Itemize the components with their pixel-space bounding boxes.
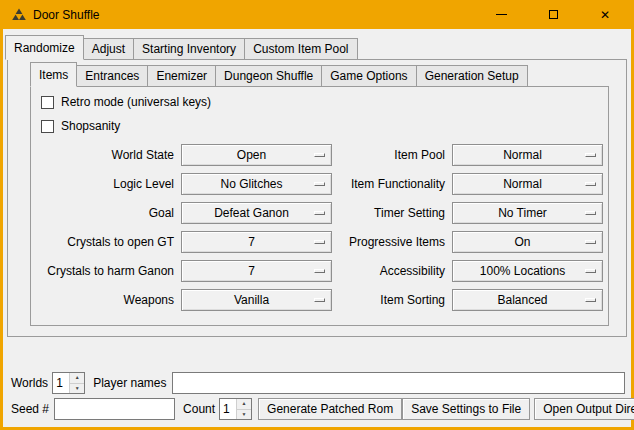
tab-randomize[interactable]: Randomize bbox=[5, 35, 84, 60]
dropdown-indicator-icon bbox=[585, 298, 596, 302]
world-state-value: Open bbox=[237, 148, 276, 162]
dropdown-indicator-icon bbox=[314, 240, 325, 244]
worlds-value: 1 bbox=[53, 373, 69, 393]
tab-dungeon-shuffle[interactable]: Dungeon Shuffle bbox=[215, 65, 322, 87]
checkbox-box-icon bbox=[41, 120, 54, 133]
client-area: Randomize Adjust Starting Inventory Cust… bbox=[3, 29, 631, 427]
seed-input[interactable] bbox=[54, 398, 175, 420]
timer-setting-dropdown[interactable]: No Timer bbox=[452, 202, 603, 224]
window-title: Door Shuffle bbox=[33, 8, 100, 22]
logic-level-value: No Glitches bbox=[220, 177, 292, 191]
open-output-directory-button[interactable]: Open Output Directory bbox=[534, 398, 634, 420]
weapons-dropdown[interactable]: Vanilla bbox=[181, 289, 332, 311]
crystals-harm-ganon-dropdown[interactable]: 7 bbox=[181, 260, 332, 282]
dropdown-indicator-icon bbox=[585, 240, 596, 244]
options-grid: World State Open Item Pool Normal Logic … bbox=[41, 144, 608, 311]
weapons-value: Vanilla bbox=[234, 293, 279, 307]
tab-generation-setup[interactable]: Generation Setup bbox=[416, 65, 528, 87]
weapons-label: Weapons bbox=[41, 293, 177, 307]
dropdown-indicator-icon bbox=[314, 269, 325, 273]
progressive-items-label: Progressive Items bbox=[336, 235, 448, 249]
close-button[interactable]: ✕ bbox=[579, 0, 631, 29]
shopsanity-label: Shopsanity bbox=[61, 119, 120, 133]
retro-mode-label: Retro mode (universal keys) bbox=[61, 95, 211, 109]
secondary-tab-bar: Items Entrances Enemizer Dungeon Shuffle… bbox=[30, 62, 626, 87]
close-icon: ✕ bbox=[600, 9, 610, 21]
count-spinbox[interactable]: 1 ▲ ▼ bbox=[219, 398, 252, 420]
spin-up-icon[interactable]: ▲ bbox=[237, 399, 251, 410]
dropdown-indicator-icon bbox=[585, 211, 596, 215]
tab-items[interactable]: Items bbox=[30, 62, 77, 87]
tab-adjust[interactable]: Adjust bbox=[83, 38, 134, 60]
tab-game-options[interactable]: Game Options bbox=[321, 65, 416, 87]
accessibility-label: Accessibility bbox=[336, 264, 448, 278]
save-settings-button[interactable]: Save Settings to File bbox=[402, 398, 530, 420]
tab-starting-inventory[interactable]: Starting Inventory bbox=[133, 38, 245, 60]
crystals-harm-ganon-label: Crystals to harm Ganon bbox=[41, 264, 177, 278]
dropdown-indicator-icon bbox=[314, 211, 325, 215]
timer-setting-value: No Timer bbox=[498, 206, 557, 220]
worlds-spinbox[interactable]: 1 ▲ ▼ bbox=[52, 372, 85, 394]
dropdown-indicator-icon bbox=[314, 153, 325, 157]
seed-label: Seed # bbox=[11, 402, 49, 416]
app-icon bbox=[12, 8, 26, 21]
item-sorting-dropdown[interactable]: Balanced bbox=[452, 289, 603, 311]
minimize-button[interactable] bbox=[475, 0, 527, 29]
progressive-items-dropdown[interactable]: On bbox=[452, 231, 603, 253]
player-names-label: Player names bbox=[93, 376, 166, 390]
goal-dropdown[interactable]: Defeat Ganon bbox=[181, 202, 332, 224]
item-functionality-dropdown[interactable]: Normal bbox=[452, 173, 603, 195]
item-functionality-value: Normal bbox=[503, 177, 552, 191]
world-state-label: World State bbox=[41, 148, 177, 162]
count-value: 1 bbox=[220, 399, 236, 419]
accessibility-dropdown[interactable]: 100% Locations bbox=[452, 260, 603, 282]
minimize-icon bbox=[496, 14, 507, 15]
logic-level-label: Logic Level bbox=[41, 177, 177, 191]
checkbox-box-icon bbox=[41, 96, 54, 109]
spin-down-icon[interactable]: ▼ bbox=[70, 384, 84, 394]
maximize-icon bbox=[549, 10, 558, 19]
shopsanity-checkbox[interactable]: Shopsanity bbox=[41, 119, 608, 133]
dropdown-indicator-icon bbox=[585, 153, 596, 157]
dropdown-indicator-icon bbox=[314, 182, 325, 186]
crystals-open-gt-dropdown[interactable]: 7 bbox=[181, 231, 332, 253]
goal-value: Defeat Ganon bbox=[214, 206, 299, 220]
item-sorting-value: Balanced bbox=[497, 293, 557, 307]
dropdown-indicator-icon bbox=[314, 298, 325, 302]
window: Door Shuffle ✕ Randomize Adjust Starting… bbox=[0, 0, 634, 430]
count-label: Count bbox=[183, 402, 215, 416]
dropdown-indicator-icon bbox=[585, 269, 596, 273]
world-state-dropdown[interactable]: Open bbox=[181, 144, 332, 166]
generate-patched-rom-button[interactable]: Generate Patched Rom bbox=[258, 398, 402, 420]
item-pool-value: Normal bbox=[503, 148, 552, 162]
item-functionality-label: Item Functionality bbox=[336, 177, 448, 191]
worlds-label: Worlds bbox=[11, 376, 48, 390]
spin-down-icon[interactable]: ▼ bbox=[237, 410, 251, 420]
items-pane: Retro mode (universal keys) Shopsanity W… bbox=[30, 86, 609, 326]
randomize-pane: Items Entrances Enemizer Dungeon Shuffle… bbox=[7, 59, 627, 337]
tab-custom-item-pool[interactable]: Custom Item Pool bbox=[244, 38, 357, 60]
spin-arrows: ▲ ▼ bbox=[236, 399, 251, 419]
generate-row: Seed # Count 1 ▲ ▼ Generate Patched Rom … bbox=[11, 398, 625, 420]
maximize-button[interactable] bbox=[527, 0, 579, 29]
accessibility-value: 100% Locations bbox=[480, 264, 575, 278]
tab-entrances[interactable]: Entrances bbox=[76, 65, 148, 87]
spin-arrows: ▲ ▼ bbox=[69, 373, 84, 393]
item-pool-label: Item Pool bbox=[336, 148, 448, 162]
spin-up-icon[interactable]: ▲ bbox=[70, 373, 84, 384]
progressive-items-value: On bbox=[514, 235, 540, 249]
crystals-harm-ganon-value: 7 bbox=[248, 264, 265, 278]
primary-tab-bar: Randomize Adjust Starting Inventory Cust… bbox=[3, 35, 631, 60]
dropdown-indicator-icon bbox=[585, 182, 596, 186]
titlebar: Door Shuffle ✕ bbox=[3, 0, 631, 29]
multiworld-row: Worlds 1 ▲ ▼ Player names bbox=[11, 372, 625, 394]
crystals-open-gt-label: Crystals to open GT bbox=[41, 235, 177, 249]
item-sorting-label: Item Sorting bbox=[336, 293, 448, 307]
window-controls: ✕ bbox=[475, 0, 631, 29]
logic-level-dropdown[interactable]: No Glitches bbox=[181, 173, 332, 195]
item-pool-dropdown[interactable]: Normal bbox=[452, 144, 603, 166]
retro-mode-checkbox[interactable]: Retro mode (universal keys) bbox=[41, 95, 608, 109]
player-names-input[interactable] bbox=[172, 372, 626, 394]
crystals-open-gt-value: 7 bbox=[248, 235, 265, 249]
tab-enemizer[interactable]: Enemizer bbox=[147, 65, 216, 87]
